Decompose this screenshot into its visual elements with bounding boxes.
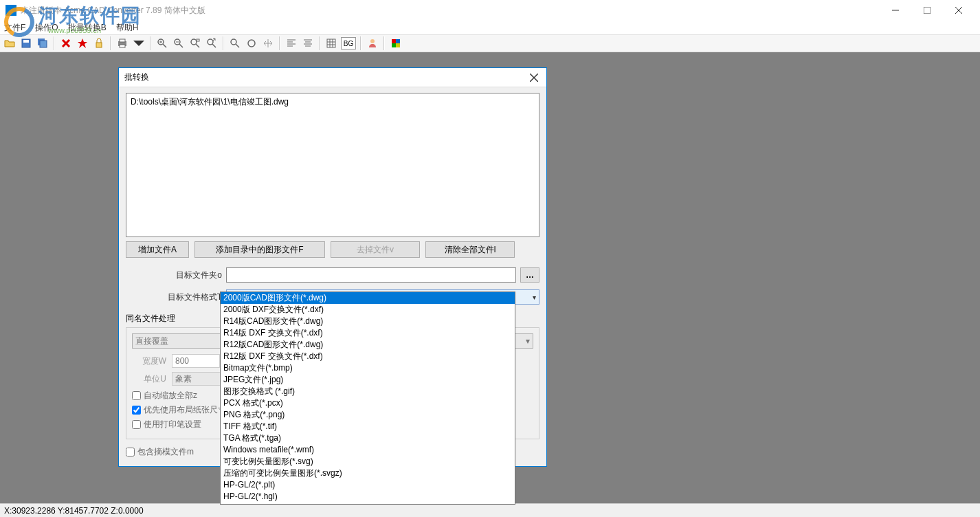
user-icon[interactable]	[366, 36, 379, 50]
target-folder-label: 目标文件夹o	[126, 270, 222, 281]
zoom-window-icon[interactable]	[188, 36, 202, 50]
dropdown-item[interactable]: Bitmap文件(*.bmp)	[221, 362, 515, 374]
dropdown-item[interactable]: HP-GL/2(*.plt)	[221, 479, 515, 491]
svg-line-28	[236, 44, 239, 47]
minimize-button[interactable]	[880, 0, 911, 21]
format-dropdown[interactable]: 2000版CAD图形文件(*.dwg) 2000版 DXF交换文件(*.dxf)…	[220, 292, 515, 505]
remove-file-button[interactable]: 去掉文件v	[331, 241, 420, 258]
svg-line-16	[163, 44, 166, 47]
app-icon	[5, 5, 16, 16]
save-icon[interactable]	[19, 36, 33, 50]
open-icon[interactable]	[3, 36, 16, 50]
svg-rect-45	[396, 39, 400, 43]
width-input[interactable]	[172, 354, 220, 368]
close-button[interactable]	[943, 0, 975, 21]
svg-rect-47	[396, 43, 400, 47]
grid-icon[interactable]	[324, 36, 338, 50]
dropdown-item[interactable]: Adobe PDF 文件(*.pdf)	[221, 503, 515, 505]
maximize-button[interactable]	[911, 0, 943, 21]
clear-all-button[interactable]: 清除全部文件l	[425, 241, 515, 258]
dropdown-item[interactable]: PCX 格式(*.pcx)	[221, 397, 515, 409]
zoom-in-icon[interactable]	[155, 36, 169, 50]
autoscale-checkbox[interactable]	[132, 391, 141, 400]
target-format-label: 目标文件格式T	[126, 292, 222, 303]
svg-rect-14	[120, 45, 125, 47]
menu-help[interactable]: 帮助H	[116, 22, 139, 34]
dropdown-item[interactable]: R14版 DXF 交换文件(*.dxf)	[221, 327, 515, 339]
chevron-down-icon: ▾	[533, 294, 536, 301]
svg-point-43	[370, 39, 375, 43]
svg-marker-10	[78, 38, 87, 48]
lock-icon[interactable]	[92, 36, 106, 50]
svg-rect-46	[392, 43, 396, 47]
align-left-icon[interactable]	[285, 36, 298, 50]
dropdown-item[interactable]: R12版 DXF 交换文件(*.dxf)	[221, 351, 515, 362]
svg-rect-11	[96, 43, 102, 47]
pan-icon[interactable]	[261, 36, 275, 50]
window-title: 未注册版本 Acme CAD Converter 7.89 简体中文版	[21, 5, 880, 16]
dropdown-item[interactable]: 2000版CAD图形文件(*.dwg)	[221, 292, 515, 304]
zoom-fit-icon[interactable]	[245, 36, 258, 50]
zoom-out-icon[interactable]	[172, 36, 186, 50]
svg-point-22	[191, 39, 197, 45]
star-icon[interactable]	[76, 36, 89, 50]
dropdown-item[interactable]: 图形交换格式 (*.gif)	[221, 386, 515, 397]
svg-rect-1	[924, 7, 931, 14]
dropdown-item[interactable]: PNG 格式(*.png)	[221, 409, 515, 421]
dialog-titlebar: 批转换	[119, 68, 546, 87]
saveall-icon[interactable]	[36, 36, 49, 50]
dropdown-item[interactable]: HP-GL/2(*.hgl)	[221, 491, 515, 503]
statusbar: X:30923.2286 Y:81457.7702 Z:0.0000	[0, 503, 980, 517]
toolbar: BG	[0, 34, 980, 52]
dropdown-item[interactable]: JPEG文件(*.jpg)	[221, 374, 515, 386]
add-dir-button[interactable]: 添加目录中的图形文件F	[194, 241, 325, 258]
svg-point-29	[248, 40, 255, 47]
file-list-item[interactable]: D:\tools\桌面\河东软件园\1\电信竣工图.dwg	[131, 96, 535, 108]
chevron-down-icon: ▾	[526, 336, 530, 346]
delete-icon[interactable]	[59, 36, 73, 50]
dropdown-item[interactable]: TGA 格式(*.tga)	[221, 432, 515, 444]
arrow-down-icon[interactable]	[132, 36, 146, 50]
svg-rect-44	[392, 39, 396, 43]
svg-point-25	[208, 39, 213, 45]
dropdown-item[interactable]: Windows metafile(*.wmf)	[221, 444, 515, 456]
svg-point-27	[231, 39, 236, 45]
printer-checkbox[interactable]	[132, 420, 141, 429]
status-coords: X:30923.2286 Y:81457.7702 Z:0.0000	[4, 506, 144, 516]
titlebar: 未注册版本 Acme CAD Converter 7.89 简体中文版	[0, 0, 980, 21]
svg-rect-5	[23, 40, 29, 43]
dropdown-item[interactable]: 压缩的可变比例矢量图形(*.svgz)	[221, 468, 515, 479]
svg-rect-24	[197, 39, 199, 41]
svg-rect-13	[120, 39, 125, 42]
layout-paper-checkbox[interactable]	[132, 406, 141, 415]
dialog-title: 批转换	[124, 72, 527, 83]
menubar: 文件F 操作O 批量转换B 帮助H	[0, 21, 980, 34]
zoom-all-icon[interactable]	[228, 36, 242, 50]
bg-button[interactable]: BG	[341, 37, 356, 50]
dropdown-item[interactable]: R12版CAD图形文件(*.dwg)	[221, 339, 515, 351]
dropdown-item[interactable]: 可变比例矢量图形(*.svg)	[221, 456, 515, 468]
file-list[interactable]: D:\tools\桌面\河东软件园\1\电信竣工图.dwg	[126, 93, 539, 237]
align-center-icon[interactable]	[301, 36, 315, 50]
menu-batch[interactable]: 批量转换B	[68, 22, 107, 34]
svg-line-23	[196, 44, 199, 47]
svg-line-26	[212, 44, 216, 47]
width-label: 宽度W	[132, 355, 166, 367]
unit-label: 单位U	[132, 373, 166, 385]
dropdown-item[interactable]: R14版CAD图形文件(*.dwg)	[221, 316, 515, 327]
browse-folder-button[interactable]: …	[520, 267, 539, 283]
menu-operation[interactable]: 操作O	[35, 22, 58, 34]
dropdown-item[interactable]: 2000版 DXF交换文件(*.dxf)	[221, 304, 515, 316]
print-icon[interactable]	[115, 36, 129, 50]
svg-rect-38	[327, 39, 335, 47]
menu-file[interactable]: 文件F	[4, 22, 25, 34]
color-grid-icon[interactable]	[389, 36, 403, 50]
target-folder-input[interactable]	[226, 267, 516, 283]
include-model-checkbox[interactable]	[126, 448, 135, 456]
svg-rect-7	[40, 41, 47, 47]
zoom-extent-icon[interactable]	[205, 36, 219, 50]
dialog-close-button[interactable]	[527, 71, 541, 85]
add-file-button[interactable]: 增加文件A	[126, 241, 189, 258]
dropdown-item[interactable]: TIFF 格式(*.tif)	[221, 421, 515, 432]
svg-line-20	[179, 44, 183, 47]
